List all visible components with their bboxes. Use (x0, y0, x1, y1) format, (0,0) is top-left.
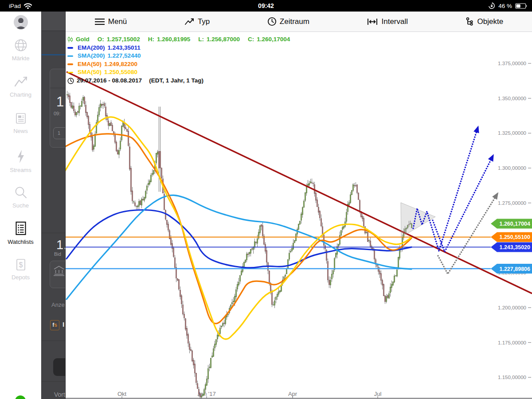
sma50-swatch (67, 72, 73, 74)
panel-badge-label: 1 (58, 130, 60, 136)
ema50-swatch (67, 63, 73, 65)
svg-text:1.243,35020: 1.243,35020 (499, 244, 530, 250)
indicator-value: 1.250,55080 (104, 68, 137, 77)
candlestick-icon (67, 36, 73, 43)
chart-type-button[interactable]: Typ (184, 17, 210, 26)
battery-percent: 46 % (498, 3, 512, 9)
period-range: 29.07.2016 - 08.08.2017 (77, 77, 142, 85)
indicator-value: 1.243,35011 (108, 44, 141, 52)
sidebar-item-label: Depots (0, 274, 41, 281)
chart-legend: Gold O: 1.257,15002 H: 1.260,81995 L: 1.… (67, 35, 290, 85)
anzeige-fragment: Anze (51, 301, 65, 308)
indicator-value: 1.249,82200 (104, 60, 137, 69)
panel-price-fragment: 1. (56, 94, 66, 110)
ema200-swatch (67, 47, 73, 49)
svg-text:1.150,00000: 1.150,00000 (498, 375, 526, 380)
sma200-swatch (67, 55, 73, 57)
interval-icon (367, 17, 378, 26)
app-sidebar: Märkte Charting News Streams (0, 12, 41, 399)
svg-text:1.227,89806: 1.227,89806 (499, 266, 530, 272)
period-label: Zeitraum (280, 17, 309, 26)
menu-button[interactable]: Menü (94, 17, 127, 26)
instrument-name: Gold (76, 35, 90, 44)
divider (42, 233, 66, 233)
fs-text-fragment: I (63, 321, 64, 328)
watchlist-icon (14, 221, 27, 236)
search-icon (14, 185, 28, 200)
ohlc-legend-row: Gold O: 1.257,15002 H: 1.260,81995 L: 1.… (67, 35, 290, 44)
sidebar-item-maerkte[interactable]: Märkte (0, 38, 41, 62)
sidebar-item-label: Suche (0, 202, 41, 209)
objects-label: Objekte (477, 17, 504, 26)
period-button[interactable]: Zeitraum (267, 17, 309, 26)
svg-text:1.260,17004: 1.260,17004 (499, 221, 530, 227)
panel-time-fragment: 09: (54, 111, 60, 116)
avatar[interactable] (0, 15, 41, 31)
svg-text:Okt: Okt (117, 391, 127, 397)
sidebar-item-suche[interactable]: Suche (0, 185, 41, 209)
fs-logo: fs (50, 320, 59, 330)
clock-icon (267, 17, 277, 26)
sidebar-item-label: Märkte (0, 55, 41, 62)
indicator-value: 1.227,52440 (108, 52, 141, 60)
svg-text:Jul: Jul (374, 391, 382, 397)
clock-time: 09:42 (0, 2, 532, 9)
chart-toolbar: Menü Typ Zeitraum Intervall (66, 12, 532, 32)
indicator-row-1: SMA(200) 1.227,52440 (67, 52, 290, 60)
chart-type-label: Typ (198, 17, 210, 26)
objects-icon (466, 17, 474, 26)
period-detail: (EDT, 1 Jahr, 1 Tag) (149, 77, 203, 85)
svg-text:1.200,00000: 1.200,00000 (498, 305, 526, 310)
svg-text:1.325,00000: 1.325,00000 (498, 130, 526, 136)
rotation-lock-icon (488, 2, 495, 9)
indicator-name: EMA(200) (78, 44, 105, 52)
svg-text:1.350,00000: 1.350,00000 (498, 96, 526, 101)
sidebar-item-label: Streams (0, 167, 41, 173)
panel-badge-button[interactable]: 1 (53, 127, 66, 139)
open-value: 1.257,15002 (107, 35, 140, 44)
news-icon (14, 112, 27, 125)
sidebar-item-news[interactable]: News (0, 112, 41, 134)
panel-accent-line (42, 54, 66, 55)
divider (42, 381, 66, 382)
status-bar: iPad 09:42 46 % (0, 0, 532, 12)
vortag-fragment: Vort (54, 391, 65, 398)
sidebar-item-depots[interactable]: $ Depots (0, 258, 41, 281)
bank-icon (53, 265, 65, 277)
indicator-name: SMA(50) (78, 68, 102, 77)
price-chart[interactable]: OktJan '17AprJul1.375,000001.350,000001.… (66, 32, 532, 399)
panel-dark-button[interactable] (53, 358, 66, 376)
divider (42, 340, 66, 341)
sidebar-item-label: News (0, 128, 41, 134)
close-label: C: (248, 35, 254, 44)
hamburger-icon (94, 17, 105, 26)
avatar-icon (13, 15, 28, 30)
sidebar-item-watchlists[interactable]: Watchlists (0, 221, 41, 245)
dollar-icon: $ (15, 258, 27, 271)
lightning-icon (15, 149, 27, 164)
interval-label: Intervall (381, 17, 408, 26)
sidebar-item-label: Charting (0, 91, 41, 98)
objects-button[interactable]: Objekte (466, 17, 504, 26)
high-value: 1.260,81995 (157, 35, 190, 44)
svg-text:Apr: Apr (288, 391, 297, 397)
svg-text:1.300,00000: 1.300,00000 (498, 165, 526, 171)
svg-text:$: $ (19, 261, 23, 269)
indicator-row-2: EMA(50) 1.249,82200 (67, 60, 290, 69)
clock-icon (67, 78, 74, 84)
bid-label: Bid (54, 251, 61, 257)
svg-text:1.175,00000: 1.175,00000 (498, 340, 526, 345)
chart-line-icon (13, 75, 28, 89)
low-value: 1.256,87000 (207, 35, 240, 44)
watchlist-panel-dimmed: 1. 09: 1 1. Bid Anze fs I Vort (41, 12, 66, 399)
status-dot (15, 395, 26, 399)
close-value: 1.260,17004 (257, 35, 290, 44)
sidebar-item-charting[interactable]: Charting (0, 75, 41, 98)
interval-button[interactable]: Intervall (367, 17, 408, 26)
svg-text:1.250,55100: 1.250,55100 (499, 234, 530, 240)
menu-label: Menü (108, 17, 127, 26)
sidebar-item-label: Watchlists (0, 239, 41, 245)
sidebar-item-streams[interactable]: Streams (0, 149, 41, 173)
low-label: L: (198, 35, 204, 44)
open-label: O: (98, 35, 104, 44)
